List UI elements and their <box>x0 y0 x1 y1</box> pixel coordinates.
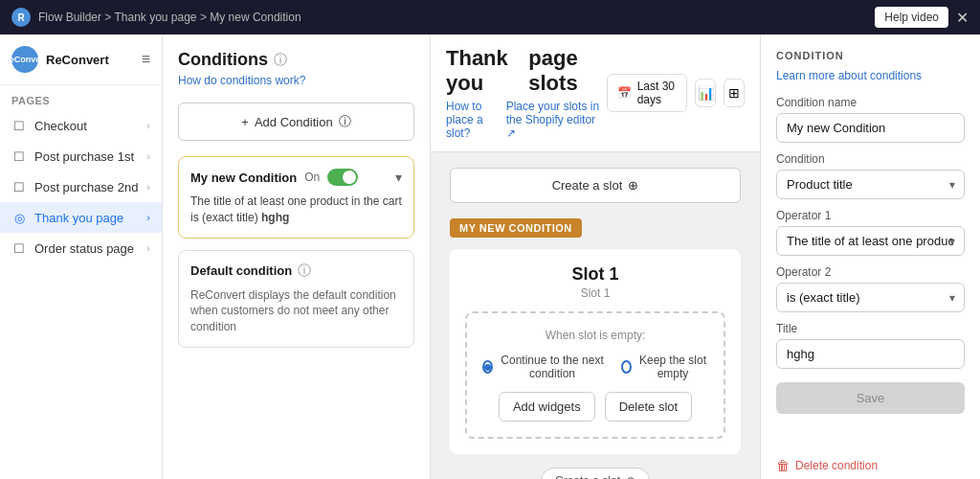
create-slot-bottom-button[interactable]: Create a slot ⊕ <box>541 468 650 479</box>
condition-select-wrapper: Product title <box>776 170 965 199</box>
operator2-select-wrapper: is (exact title) <box>776 283 965 312</box>
radio-continue-label: Continue to the next condition <box>499 354 606 380</box>
add-icon: + <box>241 115 249 129</box>
sidebar-item-label: Post purchase 2nd <box>34 180 139 194</box>
delete-condition-button[interactable]: 🗑 Delete condition <box>776 458 878 473</box>
how-to-place-slot-link[interactable]: How to place a slot? <box>446 100 499 140</box>
slot-1-card: Slot 1 Slot 1 When slot is empty: Contin… <box>450 249 741 454</box>
toggle-dot <box>343 171 356 184</box>
slots-header: Thank you page slots How to place a slot… <box>431 34 760 152</box>
brand-logo: ReConvert <box>11 46 38 73</box>
sidebar-item-post-purchase-1st[interactable]: ☐ Post purchase 1st › <box>0 141 162 171</box>
condition-name-label: Condition name <box>776 96 965 109</box>
chevron-right-icon: › <box>146 242 150 254</box>
title-input[interactable] <box>776 339 965 369</box>
operator1-label: Operator 1 <box>776 209 965 222</box>
slots-title-line1: Thank you <box>446 46 524 96</box>
chevron-down-icon[interactable]: ▾ <box>395 170 402 185</box>
condition-badge: MY NEW CONDITION <box>450 218 582 238</box>
learn-more-link[interactable]: Learn more about conditions <box>776 69 965 82</box>
condition-on-label: On <box>304 171 320 184</box>
conditions-title: Conditions <box>178 50 268 70</box>
sidebar-item-post-purchase-2nd[interactable]: ☐ Post purchase 2nd › <box>0 171 162 202</box>
condition-name: My new Condition <box>190 171 297 185</box>
radio-continue[interactable]: Continue to the next condition <box>482 354 606 380</box>
topbar: R Flow Builder > Thank you page > My new… <box>0 0 980 34</box>
delete-condition-label: Delete condition <box>795 459 878 472</box>
topbar-left: R Flow Builder > Thank you page > My new… <box>11 8 301 27</box>
chevron-right-icon: › <box>146 120 150 131</box>
sidebar-brand: ReConvert ReConvert ≡ <box>0 34 162 85</box>
save-button[interactable]: Save <box>776 382 965 414</box>
condition-card-header: My new Condition On ▾ <box>190 169 402 186</box>
condition-field-label: Condition <box>776 152 965 166</box>
sidebar-item-label: Thank you page <box>34 211 139 225</box>
date-selector[interactable]: 📅 Last 30 days <box>607 74 688 112</box>
default-condition-card: Default condition ⓘ ReConvert displays t… <box>178 250 414 348</box>
slot-empty-box: When slot is empty: Continue to the next… <box>465 311 725 439</box>
order-status-icon: ☐ <box>11 240 27 256</box>
slots-panel: Thank you page slots How to place a slot… <box>431 34 760 479</box>
sidebar-item-thank-you-page[interactable]: ◎ Thank you page › <box>0 202 162 233</box>
condition-name-input[interactable] <box>776 113 965 143</box>
default-condition-desc: ReConvert displays the default condition… <box>190 287 402 335</box>
sidebar-item-checkout[interactable]: ☐ Checkout › <box>0 110 162 141</box>
create-slot-bottom-area: Create a slot ⊕ <box>450 454 741 479</box>
operator2-label: Operator 2 <box>776 265 965 279</box>
date-label: Last 30 days <box>637 80 678 106</box>
slots-subtitle: How to place a slot? Place your slots in… <box>446 100 607 140</box>
add-condition-button[interactable]: + Add Condition ⓘ <box>178 103 414 141</box>
right-panel-title: CONDITION <box>776 50 965 61</box>
default-condition-title: Default condition <box>190 263 292 278</box>
topbar-logo: R <box>11 8 31 27</box>
delete-slot-button[interactable]: Delete slot <box>605 392 692 422</box>
chevron-right-icon: › <box>146 150 150 162</box>
condition-description: The title of at least one product in the… <box>190 194 402 226</box>
conditions-header: Conditions ⓘ <box>178 50 414 70</box>
grid-icon-button[interactable]: ⊞ <box>724 79 745 107</box>
create-slot-label: Create a slot <box>552 178 623 193</box>
default-card-header: Default condition ⓘ <box>190 262 402 280</box>
slots-title-area: Thank you page slots How to place a slot… <box>446 46 607 140</box>
add-condition-label: Add Condition <box>255 115 333 129</box>
breadcrumb: Flow Builder > Thank you page > My new C… <box>38 11 301 24</box>
how-conditions-link[interactable]: How do conditions work? <box>178 74 414 87</box>
slot-1-title: Slot 1 <box>465 264 725 285</box>
slots-controls: 📅 Last 30 days 📊 ⊞ <box>607 74 745 112</box>
checkout-icon: ☐ <box>11 118 27 133</box>
add-condition-info-icon: ⓘ <box>339 113 351 130</box>
condition-name-row: My new Condition On <box>190 169 358 186</box>
external-link-icon: ↗ <box>506 126 516 140</box>
conditions-panel: Conditions ⓘ How do conditions work? + A… <box>163 34 431 479</box>
brand-name: ReConvert <box>46 53 142 67</box>
sidebar-item-label: Post purchase 1st <box>34 149 139 164</box>
default-info-icon[interactable]: ⓘ <box>298 262 311 280</box>
condition-card-my-new: My new Condition On ▾ The title of at le… <box>178 156 414 239</box>
operator2-select[interactable]: is (exact title) <box>776 283 965 312</box>
radio-keep-label: Keep the slot empty <box>637 354 708 380</box>
sidebar-menu-icon[interactable]: ≡ <box>142 51 150 68</box>
main-area: ReConvert ReConvert ≡ PAGES ☐ Checkout ›… <box>0 34 980 479</box>
slot-1-subtitle: Slot 1 <box>465 286 725 300</box>
conditions-info-icon[interactable]: ⓘ <box>274 52 287 69</box>
shopify-editor-link[interactable]: Place your slots in the Shopify editor ↗ <box>506 100 607 140</box>
slot-empty-label: When slot is empty: <box>482 329 708 342</box>
operator1-select[interactable]: The title of at least one product <box>776 226 965 256</box>
delete-icon: 🗑 <box>776 458 790 473</box>
pages-label: PAGES <box>0 85 162 110</box>
condition-select[interactable]: Product title <box>776 170 965 199</box>
create-slot-top-button[interactable]: Create a slot ⊕ <box>450 168 741 203</box>
help-video-button[interactable]: Help video <box>875 7 948 28</box>
title-field-label: Title <box>776 322 965 335</box>
radio-keep-empty[interactable]: Keep the slot empty <box>621 354 708 380</box>
condition-toggle[interactable] <box>327 169 358 186</box>
thank-you-icon: ◎ <box>11 210 27 225</box>
close-button[interactable]: ✕ <box>956 9 969 27</box>
chart-icon-button[interactable]: 📊 <box>695 79 716 107</box>
sidebar-item-order-status[interactable]: ☐ Order status page › <box>0 233 162 263</box>
post2-icon: ☐ <box>11 179 27 194</box>
slot-actions: Add widgets Delete slot <box>482 392 708 422</box>
sidebar-item-label: Order status page <box>34 241 139 256</box>
operator1-select-wrapper: The title of at least one product <box>776 226 965 256</box>
add-widgets-button[interactable]: Add widgets <box>499 392 595 422</box>
